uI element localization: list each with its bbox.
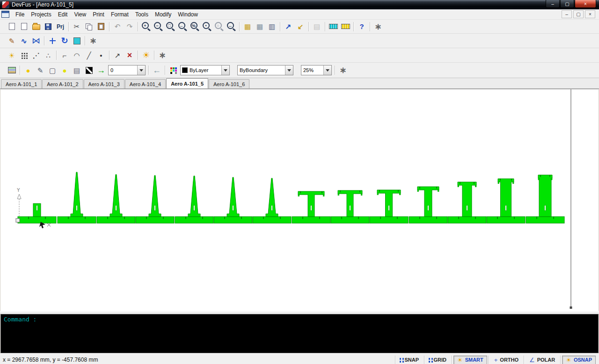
- minimize-button[interactable]: –: [546, 0, 560, 8]
- former-3[interactable]: [97, 175, 135, 223]
- new-from-template-icon[interactable]: [18, 21, 30, 32]
- ruler-vertical-icon[interactable]: [339, 21, 351, 32]
- dropdown-arrow-icon[interactable]: [323, 66, 331, 75]
- color-palette-icon[interactable]: [167, 65, 179, 76]
- zoom-window-icon[interactable]: □: [164, 21, 176, 32]
- layer-on-off-icon[interactable]: ●: [22, 65, 34, 76]
- menu-format[interactable]: Format: [108, 10, 132, 19]
- smart-snap-icon[interactable]: ☀: [140, 50, 152, 61]
- layer-color-icon[interactable]: ●: [58, 65, 71, 76]
- menu-window[interactable]: Window: [175, 10, 201, 19]
- former-10[interactable]: [370, 190, 408, 223]
- smart-toggle[interactable]: ☀SMART: [453, 356, 487, 364]
- polyline-corner-icon[interactable]: ⌐: [58, 50, 71, 61]
- delete-icon[interactable]: ×: [124, 50, 136, 61]
- dropdown-arrow-icon[interactable]: [137, 66, 145, 75]
- former-2[interactable]: [58, 172, 96, 223]
- line-icon[interactable]: ╱: [83, 50, 95, 61]
- grid-toggle[interactable]: GRID: [426, 356, 450, 364]
- former-8[interactable]: [292, 191, 330, 223]
- scale-icon[interactable]: [71, 35, 83, 46]
- zoom-in-icon[interactable]: +: [140, 21, 152, 32]
- ortho-toggle[interactable]: +ORTHO: [490, 356, 522, 364]
- zoom-object-icon[interactable]: ○: [213, 21, 225, 32]
- layer-pen-icon[interactable]: ✎: [34, 65, 46, 76]
- pick-arrow-icon[interactable]: ↗: [111, 50, 124, 61]
- layer-combo[interactable]: 0: [108, 65, 146, 75]
- cutter-icon[interactable]: ✎: [6, 35, 18, 46]
- former-6[interactable]: [214, 177, 252, 223]
- spline-icon[interactable]: ∿: [18, 35, 30, 46]
- menu-projects[interactable]: Projects: [28, 10, 54, 19]
- drawing-canvas[interactable]: Y: [0, 89, 599, 311]
- cut-icon[interactable]: ✂: [71, 21, 83, 32]
- wizard-icon[interactable]: ∗: [337, 65, 349, 76]
- tab-aero-a-101-1[interactable]: Aero A-101_1: [1, 79, 42, 88]
- export-dxf-icon[interactable]: ↗: [282, 21, 294, 32]
- wizard-icon[interactable]: ∗: [87, 35, 99, 46]
- snap-to-point-icon[interactable]: ∴: [42, 50, 54, 61]
- former-4[interactable]: [136, 175, 174, 223]
- zoom-center-icon[interactable]: •: [201, 21, 213, 32]
- menu-modify[interactable]: Modify: [152, 10, 175, 19]
- mdi-close-button[interactable]: ×: [585, 10, 595, 18]
- layers-icon[interactable]: [6, 65, 18, 76]
- dropdown-arrow-icon[interactable]: [285, 66, 293, 75]
- tab-aero-a-101-6[interactable]: Aero A-101_6: [209, 79, 249, 88]
- former-11[interactable]: [409, 187, 447, 223]
- former-7[interactable]: [253, 178, 291, 223]
- maximize-button[interactable]: ▢: [560, 0, 574, 8]
- zoom-combo[interactable]: 25%: [301, 65, 332, 75]
- zoom-previous-icon[interactable]: ←: [176, 21, 189, 32]
- tab-aero-a-101-3[interactable]: Aero A-101_3: [84, 79, 124, 88]
- zoom-out-icon[interactable]: −: [152, 21, 164, 32]
- menu-view[interactable]: View: [71, 10, 89, 19]
- save-icon[interactable]: [42, 21, 54, 32]
- full-screen-icon[interactable]: ▥: [266, 21, 278, 32]
- grip-handle[interactable]: [570, 306, 572, 309]
- snap-toggle[interactable]: SNAP: [397, 356, 423, 364]
- layer-print-icon[interactable]: ▤: [71, 65, 83, 76]
- layer-swatch-icon[interactable]: [83, 65, 95, 76]
- snap-options-icon[interactable]: ☀: [6, 50, 18, 61]
- tab-aero-a-101-2[interactable]: Aero A-101_2: [42, 79, 83, 88]
- paste-icon[interactable]: [95, 21, 107, 32]
- current-layer-arrow-icon[interactable]: →: [95, 65, 107, 76]
- redo-icon[interactable]: ↷: [124, 21, 136, 32]
- ruler-horizontal-icon[interactable]: [327, 21, 339, 32]
- former-12[interactable]: [448, 182, 486, 223]
- help-icon[interactable]: ?: [356, 21, 368, 32]
- open-icon[interactable]: [30, 21, 42, 32]
- osnap-toggle[interactable]: ☀OSNAP: [562, 356, 596, 364]
- color-combo[interactable]: ByLayer: [180, 65, 230, 75]
- move-icon[interactable]: [46, 35, 58, 46]
- dropdown-arrow-icon[interactable]: [221, 66, 229, 75]
- tab-aero-a-101-4[interactable]: Aero A-101_4: [125, 79, 166, 88]
- mdi-restore-button[interactable]: ▢: [573, 10, 584, 18]
- former-14[interactable]: [526, 175, 564, 223]
- shaded-view-icon[interactable]: ▦: [241, 21, 254, 32]
- menu-print[interactable]: Print: [89, 10, 108, 19]
- menu-edit[interactable]: Edit: [55, 10, 71, 19]
- zoom-extents-icon[interactable]: ↔: [225, 21, 237, 32]
- tab-aero-a-101-5[interactable]: Aero A-101_5: [166, 78, 208, 88]
- import-dxf-icon[interactable]: ↙: [294, 21, 307, 32]
- undo-icon[interactable]: ↶: [111, 21, 124, 32]
- arc-icon[interactable]: ◠: [71, 50, 83, 61]
- mdi-minimize-button[interactable]: –: [562, 10, 572, 18]
- previous-view-arrow-icon[interactable]: ←: [151, 65, 163, 76]
- former-1[interactable]: [18, 204, 56, 223]
- mirror-icon[interactable]: ⋈: [30, 35, 42, 46]
- drawing[interactable]: Y: [0, 89, 599, 311]
- menu-tools[interactable]: Tools: [132, 10, 152, 19]
- former-5[interactable]: [175, 176, 213, 223]
- wireframe-view-icon[interactable]: ▦: [254, 21, 266, 32]
- point-icon[interactable]: •: [95, 50, 107, 61]
- print-setup-icon[interactable]: ▤: [311, 21, 323, 32]
- grid-dots-icon[interactable]: [18, 50, 30, 61]
- menu-file[interactable]: File: [12, 10, 28, 19]
- zoom-scale-icon[interactable]: %: [189, 21, 201, 32]
- copy-icon[interactable]: [83, 21, 95, 32]
- polar-toggle[interactable]: ∠POLAR: [526, 356, 559, 364]
- command-window[interactable]: Command :: [0, 314, 599, 353]
